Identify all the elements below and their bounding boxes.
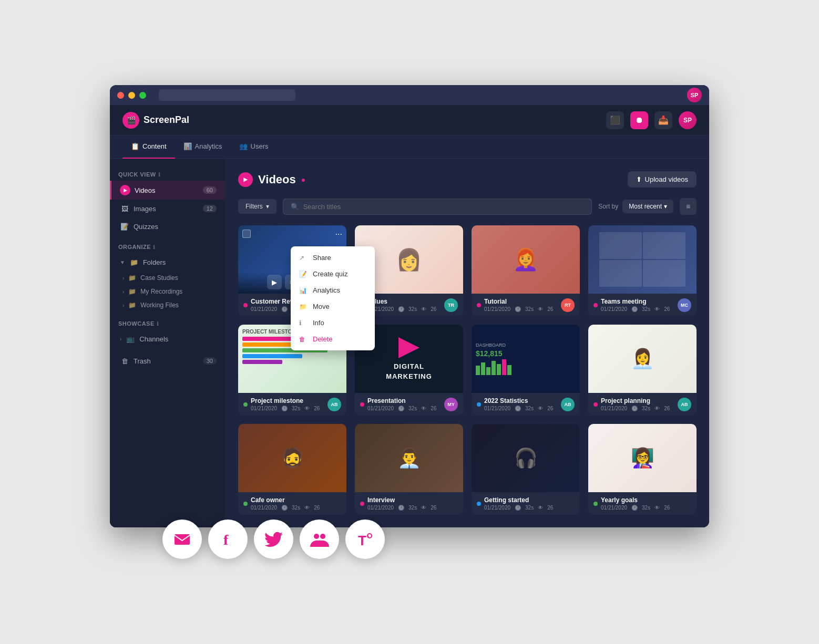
import-btn[interactable]: 📥 bbox=[654, 111, 672, 129]
sidebar-item-images[interactable]: 🖼 Images 12 bbox=[110, 200, 225, 217]
svg-text:T: T bbox=[358, 533, 366, 548]
working-files-label: Working Files bbox=[140, 302, 178, 309]
filter-button[interactable]: Filters ▾ bbox=[238, 199, 277, 214]
content-tab-icon: 📋 bbox=[131, 142, 139, 150]
video-card-2[interactable]: 👩‍🦰 Tutorial 01/21/2020 🕐 bbox=[472, 225, 580, 316]
video-dot-3 bbox=[593, 303, 598, 307]
content-tab-label: Content bbox=[142, 142, 167, 150]
context-share[interactable]: ↗ Share bbox=[291, 250, 375, 266]
context-info[interactable]: ℹ Info bbox=[291, 315, 375, 331]
analytics-tab-label: Analytics bbox=[195, 142, 222, 150]
video-dot-4 bbox=[243, 402, 248, 407]
video-title-5: Presentation bbox=[367, 397, 441, 404]
email-share-button[interactable] bbox=[162, 520, 202, 559]
maximize-button[interactable] bbox=[139, 92, 146, 99]
sort-dropdown[interactable]: Most recent ▾ bbox=[622, 200, 673, 213]
analytics-label: Analytics bbox=[313, 286, 340, 294]
minimize-button[interactable] bbox=[128, 92, 135, 99]
tab-content[interactable]: 📋 Content bbox=[122, 136, 175, 159]
video-thumb-7: 👩‍💼 bbox=[588, 325, 697, 393]
video-card-11[interactable]: 👩‍🏫 Yearly goals 01/21/2020 🕐 bbox=[588, 424, 697, 515]
logo-icon: 🎬 bbox=[122, 112, 139, 129]
videos-play-icon: ▶ bbox=[120, 185, 130, 195]
users-tab-label: Users bbox=[251, 142, 269, 150]
video-dot-5 bbox=[360, 402, 364, 407]
title-play-icon: ▶ bbox=[238, 172, 253, 187]
info-cm-icon: ℹ bbox=[299, 319, 308, 327]
teams-share-button[interactable]: T i bbox=[345, 520, 385, 559]
content-header: ▶ Videos ● ⬆ Upload videos bbox=[238, 171, 697, 188]
video-card-10[interactable]: 🎧 Getting started 01/21/2020 🕐 bbox=[472, 424, 580, 515]
sidebar-item-folders[interactable]: ▼ 📁 Folders bbox=[110, 253, 225, 271]
video-grid-wrapper: ▶ ✂ ↗ ··· bbox=[238, 225, 697, 515]
my-recordings-chevron: › bbox=[122, 289, 124, 295]
mac-titlebar: SP bbox=[110, 85, 709, 105]
sidebar-item-my-recordings[interactable]: › 📁 My Recordings bbox=[110, 285, 225, 298]
sidebar-item-trash[interactable]: 🗑 Trash 30 bbox=[110, 352, 225, 370]
video-card-3[interactable]: Teams meeting 01/21/2020 🕐 32s 👁 26 bbox=[588, 225, 697, 316]
video-meta-5: Presentation 01/21/2020 🕐 32s 👁 26 bbox=[355, 393, 463, 416]
upload-icon: ⬆ bbox=[636, 175, 642, 183]
organize-section: Organize ℹ ▼ 📁 Folders › 📁 Case Studies bbox=[110, 240, 225, 312]
tab-analytics[interactable]: 📊 Analytics bbox=[175, 136, 231, 159]
date-0: 01/21/2020 bbox=[251, 306, 277, 312]
video-info-10: Getting started 01/21/2020 🕐 32s 👁 26 bbox=[484, 496, 575, 511]
context-delete[interactable]: 🗑 Delete bbox=[291, 331, 375, 347]
folders-chevron: ▼ bbox=[120, 259, 125, 265]
upload-videos-button[interactable]: ⬆ Upload videos bbox=[628, 171, 697, 188]
video-info-2: Tutorial 01/21/2020 🕐 32s 👁 26 bbox=[484, 298, 558, 312]
share-icons-bar: f T i bbox=[141, 509, 406, 569]
groups-share-button[interactable] bbox=[300, 520, 339, 559]
organize-label: Organize ℹ bbox=[110, 240, 225, 253]
filter-label: Filters bbox=[245, 203, 263, 210]
showcase-section: Showcase ℹ › 📺 Channels bbox=[110, 316, 225, 348]
folders-icon: 📁 bbox=[129, 257, 139, 267]
quick-view-section: Quick view ℹ ▶ Videos 60 🖼 Images 12 bbox=[110, 167, 225, 235]
video-thumb-9: 👨‍💼 bbox=[355, 424, 463, 492]
record-btn[interactable]: ⏺ bbox=[630, 111, 648, 129]
sidebar-item-channels[interactable]: › 📺 Channels bbox=[110, 330, 225, 348]
close-button[interactable] bbox=[117, 92, 124, 99]
context-menu: ↗ Share 📝 Create quiz 📊 bbox=[291, 246, 375, 350]
video-card-9[interactable]: 👨‍💼 Interview 01/21/2020 🕐 bbox=[355, 424, 463, 515]
context-analytics[interactable]: 📊 Analytics bbox=[291, 282, 375, 298]
video-meta-10: Getting started 01/21/2020 🕐 32s 👁 26 bbox=[472, 492, 580, 515]
sidebar-item-videos[interactable]: ▶ Videos 60 bbox=[110, 181, 225, 200]
video-dot-6 bbox=[477, 402, 481, 407]
video-card-6[interactable]: DASHBOARD $12,815 bbox=[472, 325, 580, 416]
video-stats-2: 01/21/2020 🕐 32s 👁 26 bbox=[484, 306, 558, 312]
context-move[interactable]: 📁 Move bbox=[291, 298, 375, 315]
play-action-icon[interactable]: ▶ bbox=[267, 275, 282, 289]
video-info-6: 2022 Statistics 01/21/2020 🕐 32s 👁 26 bbox=[484, 397, 558, 411]
nav-actions: ⬛ ⏺ 📥 SP bbox=[606, 111, 697, 129]
delete-label: Delete bbox=[313, 335, 333, 343]
upload-label: Upload videos bbox=[645, 175, 688, 183]
titlebar-search bbox=[159, 89, 295, 101]
avatar-7: AB bbox=[678, 398, 691, 411]
sidebar-item-quizzes[interactable]: 📝 Quizzes bbox=[110, 217, 225, 235]
card-checkbox[interactable] bbox=[242, 230, 251, 238]
video-card-8[interactable]: 🧔 Cafe owner 01/21/2020 🕐 bbox=[238, 424, 346, 515]
titlebar-avatar[interactable]: SP bbox=[687, 88, 702, 102]
card-dots-btn[interactable]: ··· bbox=[335, 230, 342, 239]
avatar-1: TR bbox=[444, 298, 458, 312]
video-info-8: Cafe owner 01/21/2020 🕐 32s 👁 26 bbox=[251, 496, 341, 511]
video-card-7[interactable]: 👩‍💼 Project planning 01/21/2020 🕐 bbox=[588, 325, 697, 416]
view-toggle-button[interactable]: ≡ bbox=[680, 198, 697, 215]
sidebar-item-working-files[interactable]: › 📁 Working Files bbox=[110, 298, 225, 312]
twitter-share-button[interactable] bbox=[254, 520, 293, 559]
video-thumb-8: 🧔 bbox=[238, 424, 346, 492]
tab-users[interactable]: 👥 Users bbox=[231, 136, 277, 159]
context-create-quiz[interactable]: 📝 Create quiz bbox=[291, 266, 375, 282]
facebook-share-button[interactable]: f bbox=[208, 520, 248, 559]
screen-record-btn[interactable]: ⬛ bbox=[606, 111, 624, 129]
search-icon: 🔍 bbox=[291, 203, 299, 211]
user-avatar[interactable]: SP bbox=[679, 111, 697, 129]
video-title-7: Project planning bbox=[601, 397, 674, 404]
top-nav: 🎬 ScreenPal ⬛ ⏺ 📥 SP bbox=[110, 105, 709, 136]
sidebar-item-case-studies[interactable]: › 📁 Case Studies bbox=[110, 271, 225, 285]
avatar-6: AB bbox=[561, 398, 575, 411]
search-input[interactable] bbox=[303, 203, 585, 211]
create-quiz-label: Create quiz bbox=[313, 270, 347, 278]
video-thumb-11: 👩‍🏫 bbox=[588, 424, 697, 492]
